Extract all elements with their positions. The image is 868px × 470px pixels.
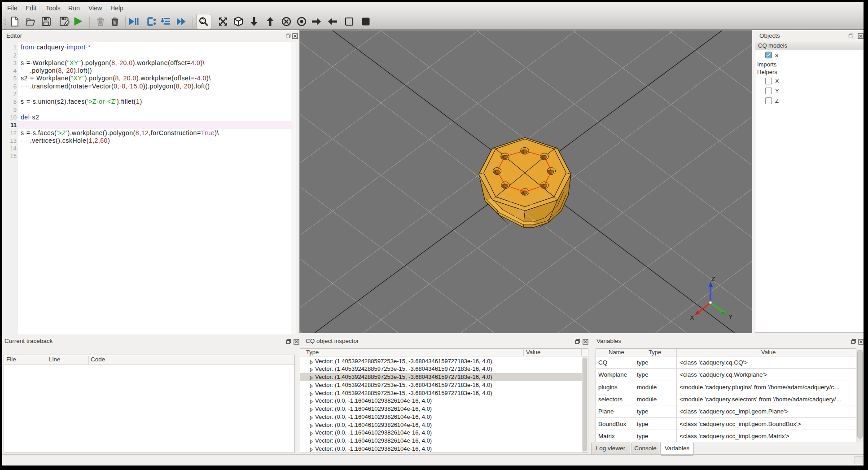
svg-text:Z: Z	[711, 276, 715, 282]
svg-text:Y: Y	[728, 313, 732, 320]
svg-text:X: X	[690, 314, 694, 321]
